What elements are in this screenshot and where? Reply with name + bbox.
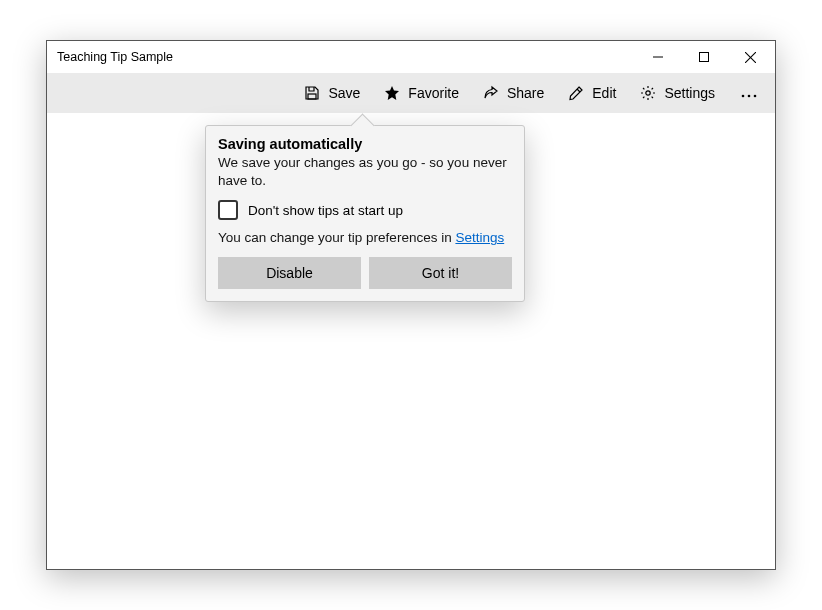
teaching-tip: Saving automatically We save your change… [205,125,525,302]
more-button[interactable] [727,78,771,108]
share-icon [483,85,499,101]
settings-button[interactable]: Settings [628,79,727,107]
svg-rect-4 [308,94,316,99]
tip-title: Saving automatically [218,136,512,152]
tip-actions: Disable Got it! [218,257,512,289]
checkbox-label: Don't show tips at start up [248,203,403,218]
close-icon [745,52,756,63]
tip-footer-text: You can change your tip preferences in [218,230,455,245]
favorite-label: Favorite [408,85,459,101]
svg-point-6 [646,91,650,95]
more-icon [741,84,757,102]
edit-button[interactable]: Edit [556,79,628,107]
minimize-button[interactable] [635,41,681,73]
star-icon [384,85,400,101]
svg-point-8 [748,95,751,98]
edit-label: Edit [592,85,616,101]
tip-footer: You can change your tip preferences in S… [218,230,512,245]
svg-line-5 [577,89,580,92]
toolbar: Save Favorite Share Edit Settings [47,73,775,113]
maximize-button[interactable] [681,41,727,73]
share-button[interactable]: Share [471,79,556,107]
settings-label: Settings [664,85,715,101]
window-controls [635,41,773,73]
pencil-icon [568,85,584,101]
favorite-button[interactable]: Favorite [372,79,471,107]
gotit-button[interactable]: Got it! [369,257,512,289]
save-button[interactable]: Save [292,79,372,107]
checkbox[interactable] [218,200,238,220]
window-title: Teaching Tip Sample [57,50,635,64]
svg-point-7 [742,95,745,98]
gear-icon [640,85,656,101]
tip-checkbox-row[interactable]: Don't show tips at start up [218,200,512,220]
maximize-icon [699,52,709,62]
svg-rect-1 [700,53,709,62]
svg-point-9 [754,95,757,98]
disable-button[interactable]: Disable [218,257,361,289]
share-label: Share [507,85,544,101]
app-window: Teaching Tip Sample Save Favorite [46,40,776,570]
tip-subtitle: We save your changes as you go - so you … [218,154,512,190]
content-area: Saving automatically We save your change… [47,113,775,569]
save-label: Save [328,85,360,101]
save-icon [304,85,320,101]
titlebar: Teaching Tip Sample [47,41,775,73]
close-button[interactable] [727,41,773,73]
minimize-icon [653,52,663,62]
settings-link[interactable]: Settings [455,230,504,245]
